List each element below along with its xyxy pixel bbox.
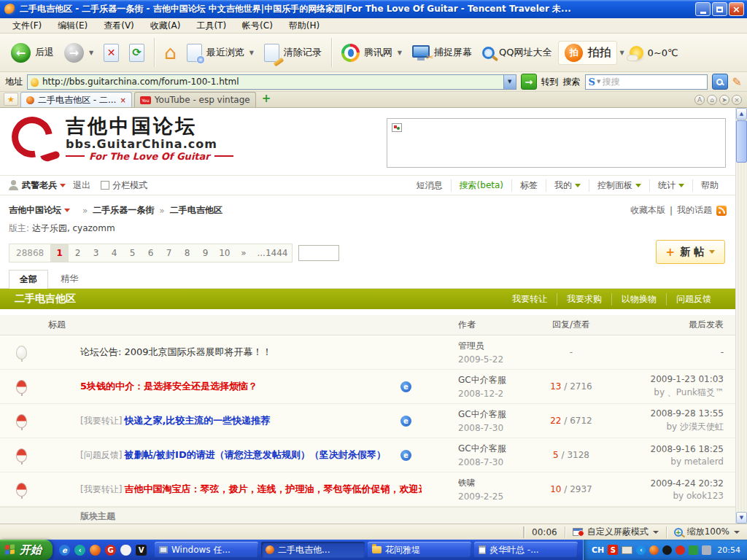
menu-favorites[interactable]: 收藏(A) — [142, 20, 189, 32]
page-link[interactable]: 4 — [105, 244, 123, 262]
breadcrumb-dropdown-icon[interactable] — [64, 209, 70, 212]
thread-title-link[interactable]: 5块钱的中介：是选择安全还是选择烦恼？ — [80, 380, 258, 393]
home-button[interactable]: ⌂ — [159, 40, 182, 65]
address-dropdown-icon[interactable]: ▼ — [503, 75, 516, 89]
tray-collapse-icon[interactable]: ‹ — [636, 545, 646, 555]
thread-author-link[interactable]: 铁啸 — [458, 477, 531, 489]
action-trade-link[interactable]: 以物换物 — [611, 293, 666, 306]
vertical-scrollbar[interactable]: ▲ ▼ — [735, 108, 747, 524]
go-button[interactable]: → — [521, 74, 537, 90]
forward-button[interactable]: → ▼ — [59, 40, 98, 66]
favorites-panel-button[interactable]: ★ — [4, 93, 18, 106]
page-link[interactable]: 5 — [123, 244, 142, 262]
thread-lastpost-date[interactable]: 2008-9-16 18:25 — [611, 444, 724, 454]
page-link[interactable]: 10 — [214, 244, 234, 262]
page-link[interactable]: 2 — [69, 244, 87, 262]
go-label[interactable]: 转到 — [541, 76, 559, 88]
tray-qq-icon[interactable] — [662, 545, 672, 555]
paipai-button[interactable]: 拍 拍拍 — [558, 41, 617, 65]
recent-dropdown-icon[interactable]: ▼ — [249, 50, 254, 56]
back-button[interactable]: ← 后退 — [6, 40, 59, 66]
forward-dropdown-icon[interactable]: ▼ — [89, 50, 93, 56]
thread-lastpost-date[interactable]: 2008-9-28 13:55 — [611, 408, 724, 419]
tray-network-icon[interactable] — [689, 545, 698, 555]
ie-quicklaunch-icon[interactable]: e — [59, 545, 70, 556]
tray-browser-icon[interactable] — [649, 545, 659, 555]
page-link[interactable]: 6 — [142, 244, 160, 262]
action-sell-link[interactable]: 我要转让 — [503, 293, 557, 306]
search-engine-dropdown-icon[interactable]: ▼ — [597, 79, 600, 85]
tab-close-icon[interactable]: × — [120, 96, 125, 104]
thread-prefix[interactable]: [我要转让] — [80, 483, 122, 496]
tab-youtube[interactable]: You YouTube - esp vintage — [134, 92, 256, 107]
page-next-link[interactable]: » — [234, 244, 252, 262]
clear-history-button[interactable]: 清除记录 — [259, 41, 327, 65]
thread-lastpost-date[interactable]: 2009-4-24 20:32 — [611, 478, 724, 489]
breadcrumb-level1[interactable]: 二手乐器一条街 — [93, 204, 154, 217]
weather-widget[interactable]: 0~0℃ — [624, 43, 684, 63]
rss-icon[interactable] — [716, 206, 727, 216]
thread-author-link[interactable]: GC中介客服 — [458, 443, 531, 455]
help-link[interactable]: 帮助 — [692, 179, 727, 192]
task-folder[interactable]: 花间雅堤 — [368, 542, 471, 558]
thread-author-link[interactable]: GC中介客服 — [458, 374, 531, 386]
search-beta-link[interactable]: 搜索(beta) — [451, 179, 511, 192]
menu-tools[interactable]: 工具(T) — [188, 20, 234, 32]
breadcrumb-level2[interactable]: 二手电吉他区 — [170, 204, 222, 217]
tool-circle-home-icon[interactable]: ⌂ — [707, 95, 717, 105]
tool-circle-send-icon[interactable]: ➤ — [719, 95, 729, 105]
page-link[interactable]: 7 — [160, 244, 178, 262]
player-quicklaunch-icon[interactable] — [120, 545, 131, 556]
address-input[interactable] — [42, 77, 503, 87]
thread-lastpost-author[interactable]: by 沙漠天使虹 — [611, 421, 724, 433]
messages-link[interactable]: 短消息 — [409, 179, 451, 192]
thread-title-link[interactable]: 吉他中国淘宝店：琴弦，拨片，连线，护理油，琴包等低价促销，欢迎选购... — [124, 483, 422, 496]
action-feedback-link[interactable]: 问题反馈 — [666, 293, 721, 306]
thread-author-link[interactable]: GC中介客服 — [458, 408, 531, 421]
thread-author-link[interactable]: 管理员 — [458, 340, 531, 352]
capture-screen-button[interactable]: ✂ 捕捉屏幕 — [407, 43, 477, 62]
thread-lastpost-author[interactable]: by metalerd — [611, 456, 724, 467]
sogou-tray-icon[interactable]: S — [608, 545, 618, 555]
page-current[interactable]: 1 — [50, 244, 69, 262]
page-last-link[interactable]: ...1444 — [252, 244, 292, 262]
page-link[interactable]: 9 — [196, 244, 214, 262]
tool-circle-close-icon[interactable]: × — [732, 95, 742, 105]
block-mode-control[interactable]: 自定义屏蔽模式 — [565, 526, 666, 538]
thread-lastpost-author[interactable]: by okok123 — [611, 491, 724, 501]
g-app-quicklaunch-icon[interactable]: G — [105, 545, 116, 556]
task-windows-taskmgr[interactable]: Windows 任... — [155, 542, 258, 558]
qq-sites-button[interactable]: QQ网址大全 — [477, 43, 557, 62]
tool-circle-a-icon[interactable]: A — [694, 95, 705, 105]
stop-button[interactable]: ✕ — [98, 41, 124, 65]
v-app-quicklaunch-icon[interactable]: V — [136, 545, 147, 556]
username-link[interactable]: 武警老兵 — [22, 179, 57, 192]
browser-quicklaunch-icon[interactable] — [90, 545, 101, 556]
logout-link[interactable]: 退出 — [73, 179, 90, 192]
menu-edit[interactable]: 编辑(E) — [50, 20, 96, 32]
scrollbar-thumb[interactable] — [736, 120, 747, 163]
keyboard-tray-icon[interactable] — [622, 546, 632, 554]
new-post-button[interactable]: + 新 帖 — [656, 240, 725, 264]
moderators-names[interactable]: 达子乐园, cyazomm — [32, 223, 115, 233]
thread-lastpost-date[interactable]: 2009-1-23 01:03 — [611, 374, 724, 384]
scroll-up-icon[interactable]: ▲ — [736, 108, 747, 120]
start-button[interactable]: 开始 — [0, 540, 53, 560]
thread-prefix[interactable]: [我要转让] — [80, 415, 122, 427]
thread-lastpost-author[interactable]: by 、Punk猫爻™ — [611, 386, 724, 399]
mine-link[interactable]: 我的 — [546, 179, 589, 192]
tab-digest[interactable]: 精华 — [50, 269, 89, 288]
page-jump-input[interactable] — [298, 245, 339, 261]
taskbar-clock[interactable]: 20:54 — [717, 545, 740, 555]
restore-button[interactable] — [712, 2, 727, 16]
tencent-dropdown-icon[interactable]: ▼ — [398, 50, 402, 56]
breadcrumb-root[interactable]: 吉他中国论坛 — [9, 204, 61, 217]
favorite-board-link[interactable]: 收藏本版 — [630, 204, 665, 217]
tray-security-icon[interactable] — [676, 545, 685, 555]
page-link[interactable]: 8 — [178, 244, 196, 262]
menu-view[interactable]: 查看(V) — [96, 20, 142, 32]
menu-account[interactable]: 帐号(C) — [234, 20, 281, 32]
thread-title-link[interactable]: 快递之家,比较主流的一些快递推荐 — [124, 414, 270, 427]
tab-all[interactable]: 全部 — [9, 270, 48, 289]
my-topics-link[interactable]: 我的话题 — [677, 204, 712, 217]
